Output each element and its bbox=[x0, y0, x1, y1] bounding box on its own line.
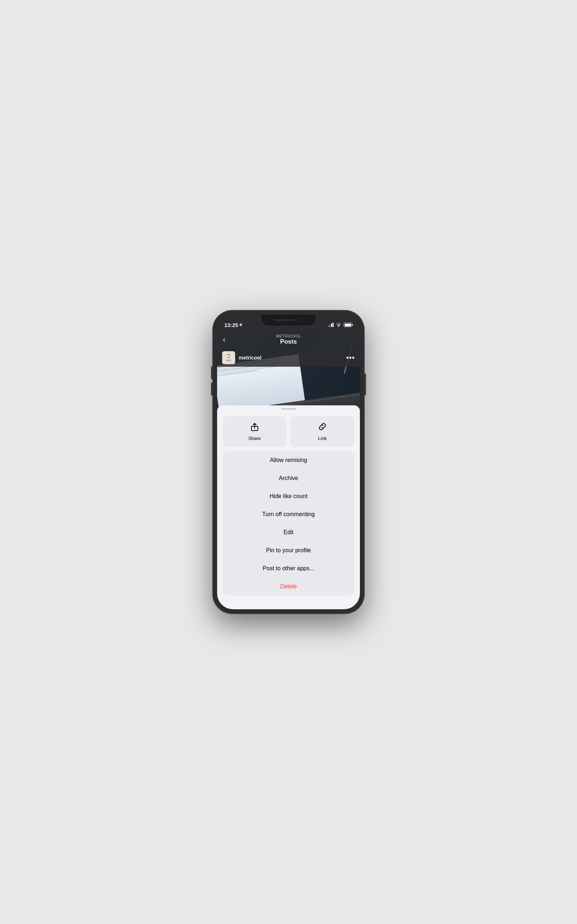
bottom-sheet: Share Link Al bbox=[217, 405, 360, 609]
status-time: 13:25 bbox=[224, 322, 243, 328]
battery-icon bbox=[344, 323, 353, 327]
turn-off-commenting-item[interactable]: Turn off commenting bbox=[223, 505, 354, 523]
svg-point-0 bbox=[338, 326, 339, 327]
notch bbox=[261, 315, 316, 326]
back-button[interactable]: ‹ bbox=[223, 335, 226, 344]
app-screen: ‹ METRICOOL Posts metricool metricool ••… bbox=[217, 331, 360, 609]
post-header: metricool metricool ••• bbox=[217, 349, 360, 367]
allow-remixing-item[interactable]: Allow remixing bbox=[223, 451, 354, 469]
volume-up-button[interactable] bbox=[211, 366, 213, 380]
hide-like-count-item[interactable]: Hide like count bbox=[223, 487, 354, 505]
post-to-other-apps-item[interactable]: Post to other apps... bbox=[223, 559, 354, 577]
status-icons bbox=[328, 323, 353, 327]
volume-down-button[interactable] bbox=[211, 383, 213, 396]
archive-item[interactable]: Archive bbox=[223, 469, 354, 487]
navigation-bar: ‹ METRICOOL Posts bbox=[217, 331, 360, 349]
nav-title-block: METRICOOL Posts bbox=[276, 334, 301, 346]
nav-title: Posts bbox=[276, 338, 301, 346]
location-arrow-icon bbox=[239, 323, 243, 327]
phone-frame: 13:25 bbox=[213, 310, 364, 614]
action-buttons-row: Share Link bbox=[223, 416, 354, 447]
edit-item[interactable]: Edit bbox=[223, 523, 354, 541]
menu-items-group: Allow remixing Archive Hide like count T… bbox=[223, 451, 354, 596]
signal-icon bbox=[328, 323, 334, 327]
share-label: Share bbox=[248, 436, 261, 441]
sheet-handle bbox=[281, 408, 296, 410]
wifi-icon bbox=[336, 323, 342, 327]
post-username: metricool bbox=[239, 355, 346, 360]
more-options-button[interactable]: ••• bbox=[346, 354, 355, 362]
link-button[interactable]: Link bbox=[291, 416, 354, 447]
share-icon bbox=[250, 422, 259, 433]
link-icon bbox=[318, 422, 327, 433]
pin-to-profile-item[interactable]: Pin to your profile bbox=[223, 541, 354, 559]
delete-item[interactable]: Delete bbox=[223, 577, 354, 596]
share-button[interactable]: Share bbox=[223, 416, 286, 447]
status-bar: 13:25 bbox=[217, 315, 360, 331]
phone-screen: 13:25 bbox=[217, 315, 360, 609]
nav-subtitle: METRICOOL bbox=[276, 334, 301, 338]
speaker bbox=[274, 319, 296, 321]
link-label: Link bbox=[318, 436, 327, 441]
power-button[interactable] bbox=[364, 373, 366, 395]
front-camera bbox=[298, 318, 303, 322]
avatar: metricool bbox=[222, 351, 235, 364]
